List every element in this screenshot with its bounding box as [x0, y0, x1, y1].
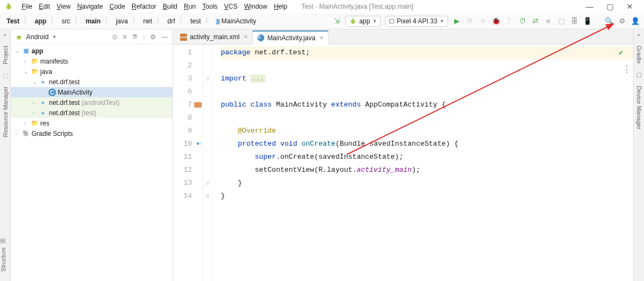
line-number-gutter: 12367891011121314: [173, 45, 203, 281]
gradle-strip-icon: ▪: [638, 32, 640, 38]
layout-icon[interactable]: ⬚: [557, 17, 566, 26]
breadcrumb-item[interactable]: test: [188, 16, 203, 26]
android-icon: [15, 33, 23, 41]
breadcrumb-item[interactable]: C MainActivity: [214, 16, 258, 26]
project-panel-header: Android ▼ ⊙ ≡ ⇈ | ⚙ —: [11, 29, 172, 45]
close-tab-icon[interactable]: ×: [244, 33, 247, 41]
window-title: Test - MainActivity.java [Test.app.main]: [301, 3, 413, 10]
tree-item-net-drf-test[interactable]: ⌄▸net.drf.test: [11, 77, 172, 87]
tree-item-app[interactable]: ⌄▣app: [11, 46, 172, 56]
resource-strip-icon: ⬚: [3, 72, 8, 79]
run-config-selector[interactable]: app ▼: [345, 16, 381, 27]
select-opened-icon[interactable]: ⊙: [112, 33, 117, 41]
menubar: FileEditViewNavigateCodeRefactorBuildRun…: [0, 0, 644, 13]
emulator-icon[interactable]: 📱: [583, 17, 592, 26]
fold-gutter: ⊟⊟⊟: [203, 45, 212, 281]
menu-build[interactable]: Build: [159, 2, 181, 11]
panel-hide-icon[interactable]: —: [162, 33, 168, 41]
project-view-selector[interactable]: Android: [26, 33, 48, 41]
menu-tools[interactable]: Tools: [199, 2, 221, 11]
editor-options-icon[interactable]: ⋮: [622, 64, 631, 75]
close-tab-icon[interactable]: ×: [320, 34, 324, 42]
menu-view[interactable]: View: [53, 2, 74, 11]
navigation-bar: Test〉app〉src〉main〉java〉net〉drf〉test〉C Ma…: [0, 13, 644, 29]
breadcrumb-item[interactable]: net: [141, 16, 154, 26]
breadcrumb-item[interactable]: main: [83, 16, 103, 26]
device-manager-tool-button[interactable]: Device Manager: [636, 83, 642, 133]
menu-refactor[interactable]: Refactor: [128, 2, 159, 11]
maximize-button[interactable]: ▢: [606, 2, 614, 11]
tree-item-res[interactable]: ›📁res: [11, 118, 172, 128]
breadcrumb[interactable]: Test〉app〉src〉main〉java〉net〉drf〉test〉C Ma…: [4, 16, 258, 26]
tree-item-MainActivity[interactable]: CMainActivity: [11, 87, 172, 97]
resource-manager-tool-button[interactable]: Resource Manager: [2, 83, 9, 141]
breadcrumb-item[interactable]: app: [33, 16, 48, 26]
rerun-icon[interactable]: ⟳: [466, 17, 474, 26]
android-logo-icon: [4, 2, 13, 11]
menu-run[interactable]: Run: [181, 2, 199, 11]
db-icon[interactable]: 🗄: [570, 17, 579, 26]
attach-icon[interactable]: ⇄: [531, 17, 540, 26]
tree-item-net-drf-test[interactable]: ›▸net.drf.test (test): [11, 108, 172, 118]
run-toolbar: ⇲ app ▼ ▢ Pixel 4 API 33 ▼ ▶ ⟳ ≡ 🐞 ⤴ ⏱ ⇄…: [332, 16, 640, 27]
menu-code[interactable]: Code: [106, 2, 128, 11]
project-strip-icon: ▪: [4, 32, 7, 38]
right-tool-strip: ▪ Gradle ▢ Device Manager: [633, 29, 644, 281]
device-selector[interactable]: ▢ Pixel 4 API 33 ▼: [385, 16, 448, 27]
device-strip-icon: ▢: [636, 71, 642, 78]
tree-item-java[interactable]: ⌄📁java: [11, 66, 172, 77]
inspection-ok-icon[interactable]: ✔: [619, 48, 623, 57]
run-button[interactable]: ▶: [453, 17, 461, 26]
menu-edit[interactable]: Edit: [35, 2, 53, 11]
stop-icon[interactable]: ■: [544, 17, 553, 26]
tree-item-Gradle Scripts[interactable]: ›🐘Gradle Scripts: [11, 128, 172, 139]
close-button[interactable]: ✕: [627, 2, 633, 11]
code-content[interactable]: package net.drf.test;import ...public cl…: [212, 45, 633, 281]
tree-item-manifests[interactable]: ›📁manifests: [11, 56, 172, 66]
breadcrumb-item[interactable]: java: [114, 16, 130, 26]
main-area: ▪ Project ⬚ Resource Manager ▤ Structure…: [0, 29, 644, 281]
menu-help[interactable]: Help: [270, 2, 290, 11]
search-icon[interactable]: 🔍: [605, 17, 614, 26]
editor-tab[interactable]: CMainActivity.java×: [252, 30, 329, 45]
breadcrumb-item[interactable]: drf: [165, 16, 177, 26]
menu-navigate[interactable]: Navigate: [74, 2, 106, 11]
tree-item-net-drf-test[interactable]: ›▸net.drf.test (androidTest): [11, 97, 172, 108]
sync-icon[interactable]: ⇲: [332, 17, 341, 26]
minimize-button[interactable]: —: [586, 2, 593, 11]
project-tool-button[interactable]: Project: [2, 42, 9, 67]
structure-tool-button[interactable]: Structure: [0, 244, 7, 275]
expand-all-icon[interactable]: ≡: [123, 33, 127, 41]
project-panel: Android ▼ ⊙ ≡ ⇈ | ⚙ — ⌄▣app›📁manifests⌄📁…: [11, 29, 173, 281]
editor-tab[interactable]: xmlactivity_main.xml×: [175, 30, 252, 44]
left-tool-strip: ▪ Project ⬚ Resource Manager ▤ Structure: [0, 29, 11, 281]
coverage-icon[interactable]: ≡: [479, 17, 487, 26]
user-icon[interactable]: 👤: [631, 17, 640, 26]
profiler-icon[interactable]: ⏱: [518, 17, 527, 26]
editor-body[interactable]: 12367891011121314 ⊟⊟⊟ package net.drf.te…: [173, 45, 633, 281]
breadcrumb-item[interactable]: Test: [4, 16, 22, 26]
project-tree[interactable]: ⌄▣app›📁manifests⌄📁java⌄▸net.drf.testCMai…: [11, 45, 172, 281]
panel-settings-icon[interactable]: ⚙: [150, 33, 156, 41]
settings-icon[interactable]: ⚙: [618, 17, 627, 26]
structure-strip-icon: ▤: [0, 237, 5, 243]
collapse-all-icon[interactable]: ⇈: [132, 33, 138, 41]
menu-window[interactable]: Window: [241, 2, 271, 11]
profile-icon[interactable]: ⤴: [505, 17, 513, 26]
debug-icon[interactable]: 🐞: [492, 17, 500, 26]
editor-area: xmlactivity_main.xml×CMainActivity.java×…: [173, 29, 633, 281]
menu-file[interactable]: File: [18, 2, 35, 11]
editor-tab-bar: xmlactivity_main.xml×CMainActivity.java×: [173, 29, 633, 45]
menu-vcs[interactable]: VCS: [221, 2, 241, 11]
breadcrumb-item[interactable]: src: [59, 16, 72, 26]
gradle-tool-button[interactable]: Gradle: [636, 42, 642, 67]
